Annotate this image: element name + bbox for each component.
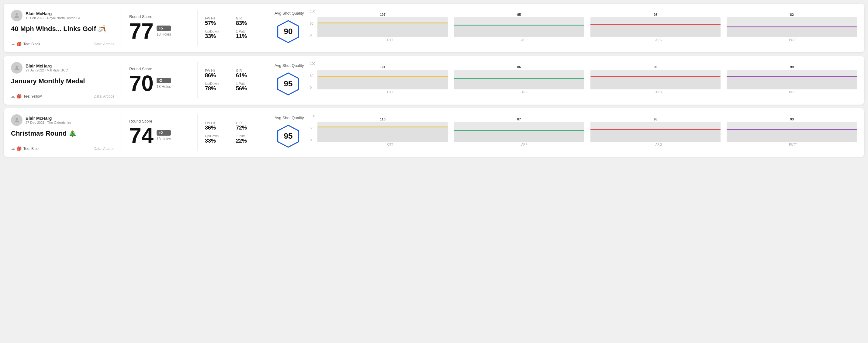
user-name: Blair McHarg	[26, 64, 68, 68]
tee-label: Tee: Yellow	[23, 94, 42, 98]
stat-up-down: Up/Down 33%	[205, 134, 229, 144]
data-source: Data: Arccos	[94, 147, 114, 151]
avg-quality: Avg Shot Quality 90	[275, 11, 304, 45]
tee-label: Tee: Blue	[23, 147, 39, 151]
bar-chart: 100 50 0 107 95	[310, 10, 857, 46]
stat-fw-hit: FW Hit 57%	[205, 17, 229, 27]
user-icon	[13, 64, 20, 71]
round-card: Blair McHarg 29 Jan 2022 · Mill Ride GCC…	[4, 56, 864, 104]
svg-point-4	[16, 118, 18, 120]
user-meta: 29 Jan 2022 · Mill Ride GCC	[26, 68, 68, 72]
round-card: Blair McHarg 27 Dec 2021 · The Oxfordshi…	[4, 108, 864, 157]
user-info: Blair McHarg 27 Dec 2021 · The Oxfordshi…	[26, 116, 71, 124]
stat-fw-hit: FW Hit 86%	[205, 69, 229, 79]
tee-label: Tee: Black	[23, 42, 40, 46]
stats-grid: FW Hit 57% GIR 83% Up/Down 33% 1 Putt 11…	[205, 17, 260, 39]
stat-gir: GIR 72%	[236, 121, 260, 131]
divider-1	[122, 114, 122, 151]
divider-1	[122, 62, 122, 98]
user-icon	[13, 117, 20, 123]
bar-group-putt: 82	[726, 13, 857, 37]
bar-group-app: 86	[454, 65, 584, 89]
stats-section: FW Hit 57% GIR 83% Up/Down 33% 1 Putt 11…	[205, 10, 260, 46]
bar-group-ott: 110	[317, 117, 448, 142]
chart-section: Avg Shot Quality 95 100 50 0 110	[275, 114, 857, 151]
user-info: Blair McHarg 29 Jan 2022 · Mill Ride GCC	[26, 64, 68, 72]
bag-icon: 🎒	[17, 94, 22, 98]
hexagon-wrapper: 90	[275, 18, 302, 45]
bar-chart: 100 50 0 110 87	[310, 114, 857, 151]
bar-group-ott: 101	[317, 65, 448, 89]
bar-group-arg: 95	[590, 117, 721, 142]
bag-icon: 🎒	[17, 146, 22, 151]
score-number: 74	[129, 125, 154, 147]
bar-group-app: 87	[454, 117, 584, 142]
bar-group-putt: 93	[726, 117, 857, 142]
card-footer: ☁ 🎒 Tee: Blue Data: Arccos	[11, 144, 114, 151]
round-card: Blair McHarg 12 Feb 2022 · Royal North D…	[4, 4, 864, 52]
score-label: Round Score	[129, 14, 190, 19]
avatar	[11, 10, 23, 21]
stat-one-putt: 1 Putt 56%	[236, 82, 260, 92]
stats-section: FW Hit 86% GIR 61% Up/Down 78% 1 Putt 56…	[205, 62, 260, 98]
score-row: 70 -2 18 Holes	[129, 72, 190, 94]
score-section: Round Score 74 +2 18 Holes	[129, 114, 190, 151]
user-meta: 27 Dec 2021 · The Oxfordshire	[26, 121, 71, 124]
score-section: Round Score 77 +5 18 Holes	[129, 10, 190, 46]
user-info: Blair McHarg 12 Feb 2022 · Royal North D…	[26, 11, 81, 20]
avg-quality-label: Avg Shot Quality	[275, 63, 304, 68]
divider-1	[122, 10, 122, 46]
score-badge-col: +5 18 Holes	[157, 26, 171, 36]
stat-up-down: Up/Down 78%	[205, 82, 229, 92]
score-diff-badge: -2	[157, 78, 171, 83]
holes-label: 18 Holes	[157, 85, 171, 89]
divider-3	[267, 114, 267, 151]
holes-label: 18 Holes	[157, 137, 171, 141]
user-name: Blair McHarg	[26, 11, 81, 16]
user-row: Blair McHarg 12 Feb 2022 · Royal North D…	[11, 10, 114, 21]
data-source: Data: Arccos	[94, 42, 114, 46]
score-diff-badge: +2	[157, 130, 171, 136]
score-diff-badge: +5	[157, 26, 171, 31]
bar-group-arg: 96	[590, 65, 721, 89]
bar-group-ott: 107	[317, 13, 448, 37]
bar-group-putt: 99	[726, 65, 857, 89]
score-number: 77	[129, 20, 154, 42]
tee-info: ☁ 🎒 Tee: Yellow	[11, 94, 42, 98]
bar-group-arg: 98	[590, 13, 721, 37]
avg-quality: Avg Shot Quality 95	[275, 116, 304, 150]
score-row: 74 +2 18 Holes	[129, 125, 190, 147]
divider-3	[267, 10, 267, 46]
hexagon-wrapper: 95	[275, 70, 302, 98]
avatar	[11, 114, 23, 126]
user-row: Blair McHarg 27 Dec 2021 · The Oxfordshi…	[11, 114, 114, 126]
score-label: Round Score	[129, 67, 190, 71]
avg-quality-label: Avg Shot Quality	[275, 11, 304, 15]
stat-one-putt: 1 Putt 22%	[236, 134, 260, 144]
user-meta: 12 Feb 2022 · Royal North Devon GC	[26, 16, 81, 20]
divider-3	[267, 62, 267, 98]
card-footer: ☁ 🎒 Tee: Black Data: Arccos	[11, 39, 114, 46]
stat-fw-hit: FW Hit 36%	[205, 121, 229, 131]
stats-grid: FW Hit 86% GIR 61% Up/Down 78% 1 Putt 56…	[205, 69, 260, 92]
svg-point-2	[16, 66, 18, 68]
score-section: Round Score 70 -2 18 Holes	[129, 62, 190, 98]
stats-section: FW Hit 36% GIR 72% Up/Down 33% 1 Putt 22…	[205, 114, 260, 151]
avg-quality: Avg Shot Quality 95	[275, 63, 304, 98]
round-title: Christmas Round 🎄	[11, 129, 114, 137]
weather-icon: ☁	[11, 146, 15, 151]
stat-one-putt: 1 Putt 11%	[236, 30, 260, 39]
bag-icon: 🎒	[17, 42, 22, 46]
card-left: Blair McHarg 12 Feb 2022 · Royal North D…	[11, 10, 114, 46]
tee-info: ☁ 🎒 Tee: Black	[11, 42, 40, 46]
chart-section: Avg Shot Quality 90 100 50 0 107	[275, 10, 857, 46]
score-label: Round Score	[129, 119, 190, 123]
user-name: Blair McHarg	[26, 116, 71, 121]
bar-group-app: 95	[454, 13, 584, 37]
score-badge-col: -2 18 Holes	[157, 78, 171, 89]
chart-section: Avg Shot Quality 95 100 50 0 101	[275, 62, 857, 98]
tee-info: ☁ 🎒 Tee: Blue	[11, 146, 39, 151]
stat-up-down: Up/Down 33%	[205, 30, 229, 39]
stat-gir: GIR 61%	[236, 69, 260, 79]
card-left: Blair McHarg 29 Jan 2022 · Mill Ride GCC…	[11, 62, 114, 98]
